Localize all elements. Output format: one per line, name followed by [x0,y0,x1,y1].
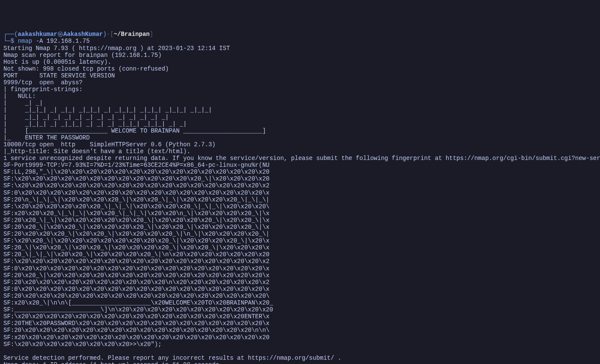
output-line: Nmap scan report for brainpan (192.168.1… [3,52,162,59]
prompt-close-paren: ) [103,31,106,38]
output-line: SF:0\x20\x20\x20\x20\x20\x20\x20\x20\x20… [3,189,270,196]
output-line: |_ ENTER THE PASSWORD [3,134,90,141]
output-line: SF:20\x20_\|\x20\x20_\|\x20\x20\x20\x20_… [3,224,270,231]
output-line: SF:x20\x20\x20\x20\x20\x20\x20\x20\x20\x… [3,334,270,341]
prompt-bracket-open: [ [110,31,113,38]
output-line: SF:20_\|\x20\x20_\|\x20\x20_\|\x20\x20\x… [3,244,270,251]
output-line: SF:\x20\x20\x20\x20\x20\x20_\|_\|_\|\x20… [3,203,270,210]
prompt-corner-bl: └─ [3,38,11,44]
prompt-path: ~/Brainpan [114,31,150,38]
output-line: SF:20_\|_\|_\|\x20\x20_\|\x20\x20\x20\x2… [3,251,270,258]
prompt-host: AakashKumar [63,31,103,38]
output-line: SF:\x20\x20\x20\x20\x20\x20\x20\x20\x20\… [3,175,270,182]
output-line: SF:x20\x20\x20_\|_\|_\|\x20\x20_\|_\|_\|… [3,210,270,217]
output-line: SF:________________________\]\n\x20\x20\… [3,306,273,313]
output-line: SF:20\x20_\|\x20\x20\x20\x20\x20\x20\x20… [3,272,270,279]
output-line: 9999/tcp open abyss? [3,79,83,86]
output-line: | fingerprint-strings: [3,86,86,93]
output-line: SF:20\x20\x20\x20\x20\x20\x20\x20\x20\x2… [3,327,270,334]
output-line: SF:20THE\x20PASSWORD\x20\x20\x20\x20\x20… [3,320,270,327]
output-line: | _|_|_| _| _|_| _|_|_| _| _|_|_| _|_|_|… [3,107,216,113]
command-args: -A 192.168.1.75 [32,38,89,44]
output-line: SF:\x20\x20\x20\x20\x20\x20\x20\x20\x20\… [3,258,270,265]
prompt-line-2: └─$ nmap -A 192.168.1.75 [3,38,90,44]
output-line: SF:\x20\x20\x20\x20\x20\x20\x20\x20\x20\… [3,182,270,189]
output-line: PORT STATE SERVICE VERSION [3,72,115,79]
prompt-bracket-close: ] [150,31,153,38]
output-line: SF:0\x20\x20\x20\x20\x20\x20\x20\x20\x20… [3,265,270,272]
output-line: Nmap done: 1 IP address (1 host up) scan… [3,361,219,364]
prompt-dash: - [107,31,110,38]
output-line: Host is up (0.00051s latency). [3,59,111,65]
output-line: | _|_|_| _| _|_|_| _| _| _| _|_|_| _|_|_… [3,121,190,127]
prompt-corner-tl: ┌──( [3,31,18,38]
output-line: | _|_| _| _| _| _| _| _| _| _| _| _| _| … [3,114,172,121]
output-line: SF:\x20\x20\x20\x20\x20\x20\x20\x20>>\x2… [3,341,162,348]
output-line: Not shown: 998 closed tcp ports (conn-re… [3,65,169,72]
command-name: nmap [18,38,33,44]
output-line: SF:20\x20\x20\x20\x20\x20\x20\x20\x20\x2… [3,293,270,299]
output-line: 10000/tcp open http SimpleHTTPServer 0.6… [3,141,216,148]
output-line: Starting Nmap 7.93 ( https://nmap.org ) … [3,45,230,52]
output-line: SF-Port9999-TCP:V=7.93%I=7%D=1/23%Time=6… [3,162,270,169]
output-line: SF:20\x20\x20\x20_\|\x20\x20_\|\x20\x20\… [3,231,270,237]
prompt-dollar: $ [11,38,18,44]
output-line: SF:x20\x20_\|\n\n\[_____________________… [3,299,273,306]
output-line: | _| _| [3,100,47,107]
output-line: SF:LL,298,"_\|\x20\x20\x20\x20\x20\x20\x… [3,169,270,175]
output-line: SF:20\n_\|_\|_\|\x20\x20\x20\x20_\|\x20\… [3,196,270,203]
terminal-window[interactable]: ┌──(aakashkumar㉿AakashKumar)-[~/Brainpan… [3,31,597,364]
prompt-at-symbol: ㉿ [57,31,63,38]
prompt-line-1: ┌──(aakashkumar㉿AakashKumar)-[~/Brainpan… [3,31,153,38]
output-line: |_http-title: Site doesn't have a title … [3,148,190,155]
output-line: SF:20\x20_\|_\|\x20\x20\x20\x20\x20\x20_… [3,217,270,224]
output-line: 1 service unrecognized despite returning… [3,155,600,162]
output-line: Service detection performed. Please repo… [3,355,342,361]
output-line: SF:20\x20\x20\x20\x20\x20\x20\x20\x20\x2… [3,279,270,286]
output-line: | [______________________ WELCOME TO BRA… [3,127,270,134]
output-line: | NULL: [3,93,39,100]
prompt-user: aakashkumar [18,31,57,38]
output-line: SF:\x20\x20\x20\x20\x20\x20\x20\x20\x20\… [3,313,270,320]
output-line: SF:\x20\x20_\|\x20\x20\x20\x20\x20\x20\x… [3,237,270,244]
output-line: SF:0\x20\x20\x20\x20\x20\x20\x20\x20\x20… [3,286,270,293]
